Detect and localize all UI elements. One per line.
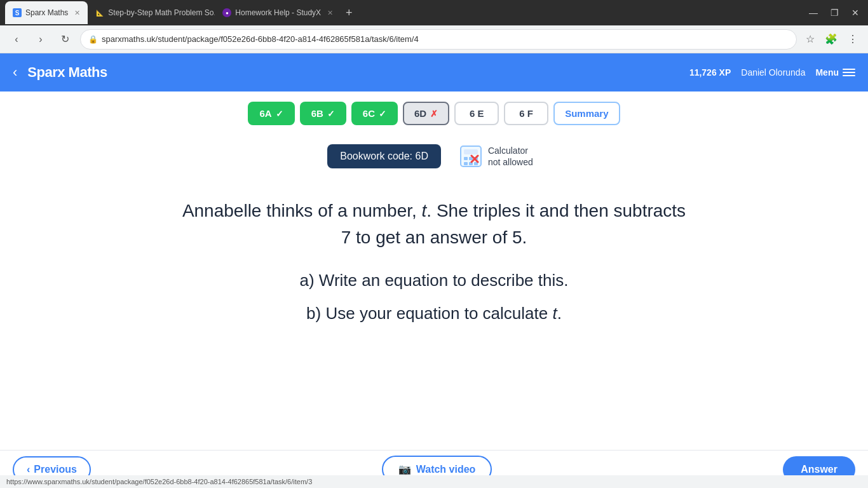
task-tab-6a[interactable]: 6A ✓: [248, 102, 294, 125]
svg-rect-1: [464, 149, 478, 154]
close-window-button[interactable]: ✕: [848, 6, 863, 19]
app-header: ‹ Sparx Maths 11,726 XP Daniel Olorunda …: [0, 53, 868, 92]
task-tab-6d[interactable]: 6D ✗: [403, 102, 449, 125]
question-parts: a) Write an equation to describe this. b…: [300, 264, 569, 330]
menu-button[interactable]: Menu: [815, 67, 855, 78]
task-tab-summary[interactable]: Summary: [553, 102, 620, 125]
task-tab-6c[interactable]: 6C ✓: [351, 102, 398, 125]
tab-6d-x: ✗: [430, 109, 438, 119]
task-tab-6e[interactable]: 6 E: [454, 102, 499, 125]
answer-label: Answer: [801, 464, 837, 475]
tab3-close[interactable]: ✕: [327, 9, 333, 17]
calculator-line2: not allowed: [488, 156, 533, 168]
tab1-close[interactable]: ✕: [74, 9, 80, 17]
hamburger-icon: [843, 69, 855, 76]
tab-6e-code: 6 E: [470, 108, 484, 119]
calculator-badge: Calculator not allowed: [451, 139, 541, 173]
back-arrow-button[interactable]: ‹: [13, 64, 17, 81]
minimize-button[interactable]: —: [805, 6, 822, 19]
tab-6c-code: 6C: [363, 108, 375, 119]
new-tab-button[interactable]: +: [341, 6, 358, 20]
address-bar[interactable]: 🔒 sparxmaths.uk/student/package/f052e26d…: [80, 29, 797, 50]
video-camera-icon: 📷: [398, 463, 411, 475]
browser-tab-3[interactable]: ● Homework Help - StudyX ✕: [215, 1, 341, 24]
forward-button[interactable]: ›: [32, 30, 50, 48]
browser-menu-button[interactable]: ⋮: [845, 30, 860, 48]
watch-video-label: Watch video: [416, 464, 476, 475]
svg-rect-2: [464, 157, 468, 160]
url-text: sparxmaths.uk/student/package/f052e26d-6…: [102, 34, 419, 44]
tab-6f-code: 6 F: [519, 108, 533, 119]
tab2-favicon: 📐: [95, 8, 104, 17]
previous-label: Previous: [34, 464, 77, 475]
reload-button[interactable]: ↻: [56, 30, 74, 48]
tab1-favicon: S: [13, 8, 22, 17]
tab1-title: Sparx Maths: [25, 8, 68, 17]
bookwork-badge: Bookwork code: 6D: [327, 144, 441, 168]
menu-label: Menu: [815, 67, 839, 78]
svg-rect-5: [464, 162, 468, 165]
task-tab-6f[interactable]: 6 F: [504, 102, 548, 125]
status-url: https://www.sparxmaths.uk/student/packag…: [6, 478, 312, 485]
question-part-a: a) Write an equation to describe this.: [300, 264, 569, 297]
tab2-title: Step-by-Step Math Problem So...: [108, 8, 215, 17]
tab-6a-check: ✓: [276, 109, 283, 119]
question-intro: Annabelle thinks of a number, t. She tri…: [180, 198, 688, 251]
calculator-text: Calculator not allowed: [488, 145, 533, 168]
calculator-icon: [459, 144, 483, 168]
status-bar: https://www.sparxmaths.uk/student/packag…: [0, 475, 868, 488]
prev-arrow-icon: ‹: [27, 464, 30, 475]
lock-icon: 🔒: [88, 35, 98, 44]
task-nav: 6A ✓ 6B ✓ 6C ✓ 6D ✗ 6 E 6 F Summary: [0, 92, 868, 132]
calculator-line1: Calculator: [488, 145, 533, 156]
extensions-button[interactable]: 🧩: [822, 30, 840, 48]
main-content: Annabelle thinks of a number, t. She tri…: [0, 179, 868, 488]
tab-6a-code: 6A: [259, 108, 271, 119]
task-tab-6b[interactable]: 6B ✓: [300, 102, 346, 125]
tab3-title: Homework Help - StudyX: [235, 8, 321, 17]
xp-badge: 11,726 XP: [689, 67, 731, 78]
tab-6b-code: 6B: [311, 108, 323, 119]
maximize-button[interactable]: ❐: [827, 6, 843, 19]
tab-6d-code: 6D: [414, 108, 426, 119]
back-button[interactable]: ‹: [8, 30, 25, 48]
browser-tab-2[interactable]: 📐 Step-by-Step Math Problem So... ✕: [88, 1, 215, 24]
tab3-favicon: ●: [222, 8, 231, 17]
tab-6b-check: ✓: [327, 109, 335, 119]
browser-tab-1[interactable]: S Sparx Maths ✕: [5, 1, 88, 24]
tab-6c-check: ✓: [379, 109, 386, 119]
question-part-b: b) Use your equation to calculate t.: [300, 297, 569, 330]
user-name: Daniel Olorunda: [741, 67, 805, 78]
app-logo: Sparx Maths: [27, 64, 107, 81]
tab-summary-code: Summary: [565, 108, 608, 119]
bookwork-row: Bookwork code: 6D Calculator not allowed: [0, 132, 868, 179]
bookmark-button[interactable]: ☆: [803, 30, 817, 48]
